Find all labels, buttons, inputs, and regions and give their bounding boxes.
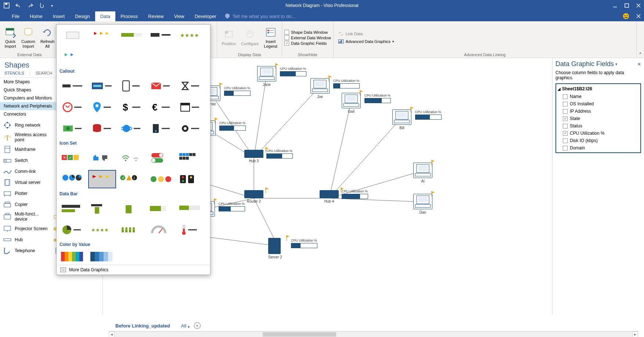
more-data-graphics-item[interactable]: More Data Graphics <box>57 265 210 275</box>
field-disk-io-kbps-[interactable]: Disk IO (kbps) <box>557 137 640 144</box>
feedback-smiley-icon[interactable] <box>623 13 629 19</box>
close-button[interactable] <box>636 3 641 8</box>
shape-item[interactable]: Telephone <box>1 245 51 256</box>
dg-db[interactable] <box>88 119 116 138</box>
search-tab[interactable]: SEARCH <box>36 71 53 75</box>
all-pages-toggle[interactable]: All ▴ <box>181 323 190 329</box>
node-hub-4[interactable]: CPU Utilization % Hub 4 <box>320 190 339 203</box>
dg-shields[interactable]: ✕✓ <box>59 149 87 167</box>
field-name[interactable]: Name <box>557 93 640 100</box>
dg-none[interactable] <box>59 26 87 44</box>
dg-phone-round[interactable] <box>59 98 87 116</box>
node-al[interactable]: Al <box>413 163 432 183</box>
undo-icon[interactable] <box>15 2 22 9</box>
dg-label1[interactable] <box>147 26 175 44</box>
add-page-button[interactable]: + <box>194 322 201 329</box>
collapse-ribbon-icon[interactable]: ^ <box>637 21 644 58</box>
node-dan[interactable]: Dan <box>413 194 432 214</box>
shape-item[interactable]: Comm-link <box>1 166 51 177</box>
dg-stars[interactable]: ★★★★ <box>176 26 204 44</box>
shape-item[interactable]: Virtual server <box>1 177 51 188</box>
qat-custom-icon[interactable]: ▾ <box>50 2 54 9</box>
dg-progress1[interactable] <box>118 26 145 44</box>
scroll-left-icon[interactable]: ◄ <box>109 331 115 337</box>
node-server-2[interactable]: CPU Utilization % Server 2 <box>268 238 282 259</box>
tell-me-search[interactable]: Tell me what you want to do... <box>225 14 295 19</box>
tab-home[interactable]: Home <box>25 11 48 21</box>
tab-review[interactable]: Review <box>143 11 169 21</box>
dg-signs[interactable]: ✓i <box>118 170 145 188</box>
checkbox[interactable] <box>563 138 568 143</box>
dg-gear[interactable] <box>176 119 204 138</box>
shape-item[interactable]: Mainframe <box>1 144 51 155</box>
node-jane[interactable]: CPU Utilization % Jane <box>257 66 276 87</box>
tab-insert[interactable]: Insert <box>48 11 70 21</box>
dg-callout2[interactable] <box>88 77 116 95</box>
data-graphic-fields-check[interactable]: Data Graphic Fields <box>284 41 331 46</box>
node-router-2[interactable]: Router 2 <box>244 190 263 203</box>
pane-close-icon[interactable]: ✕ <box>637 62 641 67</box>
shape-item[interactable]: Ring network <box>1 120 51 131</box>
field-state[interactable]: State <box>557 115 640 122</box>
dg-money[interactable] <box>59 119 87 138</box>
shape-item[interactable]: Hub <box>1 234 51 245</box>
dg-people[interactable] <box>118 221 145 239</box>
dg-pie[interactable] <box>59 221 87 239</box>
scroll-thumb[interactable] <box>263 332 336 337</box>
maximize-button[interactable] <box>624 3 629 8</box>
external-data-window-check[interactable]: External Data Window <box>284 35 331 40</box>
dg-stars2[interactable]: ★★★★ <box>88 221 116 239</box>
checkbox[interactable] <box>563 102 568 106</box>
advanced-data-graphics-button[interactable]: Advanced Data Graphics▾ <box>336 38 396 45</box>
tab-design[interactable]: Design <box>70 11 95 21</box>
dg-pies[interactable] <box>59 170 87 188</box>
field-domain[interactable]: Domain <box>557 144 640 152</box>
field-status[interactable]: Status <box>557 122 640 130</box>
scroll-right-icon[interactable]: ► <box>632 331 638 337</box>
shape-data-window-check[interactable]: Shape Data Window <box>284 30 331 35</box>
dg-gauge[interactable] <box>147 221 175 239</box>
dg-traffic[interactable] <box>176 170 204 188</box>
dg-callout-mail[interactable] <box>147 77 175 95</box>
checkbox[interactable] <box>563 94 568 99</box>
dg-bar5[interactable] <box>176 199 204 218</box>
dg-dollar[interactable]: $ <box>118 98 145 116</box>
custom-import-button[interactable]: Custom Import <box>19 26 37 49</box>
ribbon-close-icon[interactable] <box>636 14 641 19</box>
shape-item[interactable]: Wireless access point <box>1 131 51 144</box>
shape-item[interactable]: Multi-funct... device <box>1 210 51 223</box>
dg-color-blues[interactable] <box>88 250 116 263</box>
field-cpu-utilization-[interactable]: CPU Utilization % <box>557 130 640 137</box>
shape-item[interactable]: Switch <box>1 155 51 166</box>
horizontal-scrollbar[interactable]: ◄ ► <box>109 331 638 337</box>
tab-file[interactable]: File <box>7 11 25 21</box>
dg-color-rainbow[interactable] <box>59 250 87 263</box>
dg-bar2[interactable] <box>88 199 116 218</box>
dg-thermo[interactable] <box>176 221 204 239</box>
checkbox[interactable] <box>563 116 568 121</box>
insert-legend-button[interactable]: Insert Legend <box>262 26 280 49</box>
field-ip-address[interactable]: IP Address <box>557 108 640 115</box>
refresh-all-button[interactable]: Refresh All <box>38 26 57 49</box>
checkbox[interactable] <box>563 124 568 128</box>
dg-gridcells[interactable] <box>176 149 204 167</box>
shape-item[interactable]: Projector Screen <box>1 223 51 234</box>
dg-bar1[interactable] <box>59 199 87 218</box>
minimize-button[interactable] <box>612 3 618 8</box>
checkbox[interactable] <box>563 131 568 136</box>
field-os-installed[interactable]: OS Installed <box>557 100 640 108</box>
tab-data[interactable]: Data <box>95 11 115 21</box>
page-tab[interactable]: Before Linking_updated <box>115 323 170 329</box>
dg-thumbs[interactable] <box>88 149 116 167</box>
node-gail[interactable]: CPU Utilization % Gail <box>342 93 361 113</box>
fields-sheet-header[interactable]: ◢Sheet1$B2:I26 <box>557 85 640 93</box>
dg-wifi[interactable] <box>118 149 145 167</box>
dg-callout1[interactable] <box>59 77 87 95</box>
dg-flags1[interactable] <box>88 26 116 44</box>
stencils-tab[interactable]: STENCILS <box>4 71 24 75</box>
quick-import-button[interactable]: Quick Import <box>2 26 18 49</box>
tab-process[interactable]: Process <box>115 11 143 21</box>
touch-mode-icon[interactable] <box>38 2 46 9</box>
dg-callout-phone[interactable] <box>118 77 145 95</box>
dg-bar3[interactable] <box>118 199 145 218</box>
